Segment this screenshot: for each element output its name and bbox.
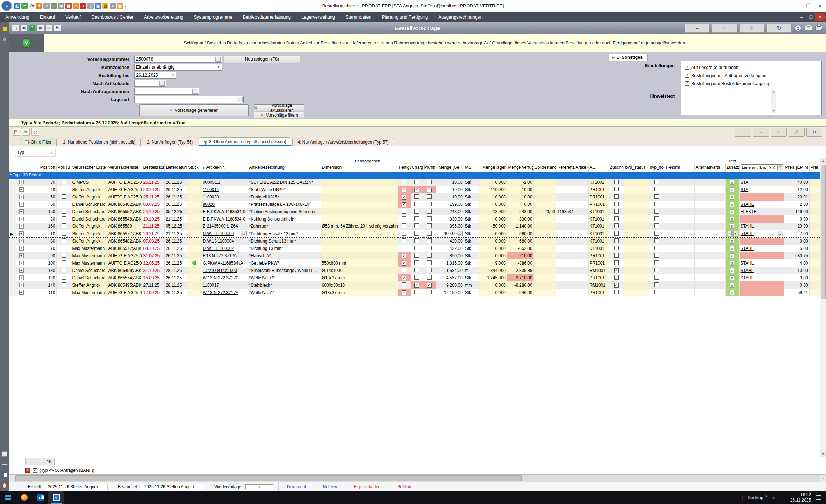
cell-checkbox-pos_b[interactable] [62,246,66,250]
cell-checkbox-zu[interactable] [614,223,619,228]
artikel-lookup-button[interactable]: … [241,231,247,236]
lagerort-lookup-icon[interactable]: … [237,97,243,102]
vorschlagsnummer-input[interactable] [135,57,215,62]
zusatztext-document-icon[interactable]: a [730,187,734,192]
menu-item-anwendung[interactable]: Anwendung [0,12,35,22]
cell-checkbox-c[interactable] [414,180,419,184]
cell-checkbox-c[interactable] [414,194,419,199]
col-header-ac[interactable]: AC [588,163,609,172]
zusatztext-document-icon[interactable]: a [730,283,734,288]
cell-checkbox-pos_b[interactable] [62,260,66,265]
artikel-link[interactable]: D.W.13.1100004 [203,239,234,244]
col-header-c[interactable]: Charg [411,163,423,172]
refresh-button[interactable]: ↻ [766,24,792,33]
hinweistext-textarea[interactable]: ▲▼ [685,90,776,113]
cell-checkbox-f[interactable] [402,282,406,287]
lieferant-link[interactable]: STAHL [741,224,754,229]
artikel-link[interactable]: D.W.13.1100002 [203,246,234,251]
cell-checkbox-bvpn[interactable] [654,268,659,272]
table-row[interactable]: +130Daniel Schuchard...ABK 865459;ABK 8.… [9,267,820,274]
firefox-icon[interactable] [16,491,32,504]
cell-checkbox-p[interactable] [427,194,432,199]
cell-checkbox-p[interactable] [427,268,432,272]
cell-checkbox-f[interactable] [402,238,406,243]
zusatztext-document-icon[interactable]: a [730,202,734,207]
auftragsnummer-field[interactable]: … [134,88,199,95]
table-row[interactable]: ▶+10Steffen AngrickABK 865577;ABK 8...20… [9,230,820,237]
new-window-icon[interactable]: ▢ [12,24,19,31]
row-expand-button[interactable]: + [19,231,24,236]
cell-checkbox-pos_b[interactable] [62,231,66,236]
vorschlagsnummer-field[interactable]: … [134,56,222,63]
cell-checkbox-f[interactable] [402,216,406,221]
tab-sonstiges[interactable]: ▶ 1 Sonstiges [609,54,648,61]
row-expand-button[interactable]: + [19,180,24,184]
artikel-link[interactable]: D.W.13.1100003 [203,231,234,236]
cell-checkbox-p[interactable] [427,209,432,214]
col-header-position[interactable]: Position [27,163,56,172]
notification-center-icon[interactable] [816,495,821,500]
bookmark-search-icon[interactable]: ⚑ [54,24,61,31]
row-expand-button[interactable]: + [19,217,24,221]
zusatztext-document-icon[interactable]: a [730,290,734,295]
network-icon[interactable] [780,496,785,499]
cell-checkbox-bvpn[interactable] [654,290,659,294]
kennzeichen-value[interactable] [135,65,216,70]
collapse-icon[interactable] [2,462,7,467]
artikel-link[interactable]: 000051.1 [203,180,220,185]
col-header-lager[interactable]: Menge lager [479,163,507,172]
menu-item-arbeitsvorbereitung[interactable]: Arbeitsvorbereitung [139,12,189,22]
cell-checkbox-pos_b[interactable] [62,238,66,243]
refresh-filter-button[interactable]: ↻ [806,128,822,136]
cell-checkbox-pos_b[interactable] [62,282,66,287]
vorschlaege-aktualisieren-button[interactable]: ↻ Vorschläge aktualisieren [254,104,304,111]
basket-icon[interactable]: ◍ [58,3,64,9]
row-expand-button[interactable]: + [19,275,24,280]
lagerort-input[interactable] [135,97,237,102]
col-header-me[interactable]: ME [464,163,479,172]
artikel-link[interactable]: 1100030 [203,195,219,200]
cell-checkbox-zu[interactable] [614,180,619,184]
cell-checkbox-c[interactable] [414,231,419,236]
col-header-marker[interactable] [9,163,16,172]
prodat-taskbar-icon[interactable]: » [48,491,64,504]
cell-checkbox-f[interactable] [402,195,406,200]
row-expand-button[interactable]: + [19,290,24,295]
filter-tab-3[interactable]: 3: Ohne Anfragen (Typ 56 ausschliessen) [199,137,291,146]
menu-item-verkauf[interactable]: Verkauf [60,12,86,22]
lieferant-link[interactable]: STAHL [741,246,754,251]
cell-checkbox-p[interactable] [427,231,432,236]
cart-add-icon[interactable]: + [51,3,57,9]
table-row[interactable]: +160Steffen AngrickABK 86558921.11.2505.… [9,223,820,230]
zusatztext-document-icon[interactable]: a [728,231,732,236]
cell-checkbox-zu[interactable] [614,290,619,294]
cell-checkbox-p[interactable] [427,275,432,280]
row-expand-button[interactable]: + [19,187,24,192]
help-icon[interactable]: ? [29,24,36,31]
setting-checkbox-0[interactable] [685,65,689,70]
cell-checkbox-zu[interactable] [614,238,619,243]
sonstiges-expand-icon[interactable]: ▶ [612,56,615,59]
col-header-pos_b[interactable]: Pos (B [56,163,71,172]
cell-checkbox-pos_b[interactable] [62,209,66,214]
cell-checkbox-p[interactable] [427,260,432,265]
col-header-menge[interactable]: Menge [Ge△ [436,163,464,172]
setting-checkbox-2[interactable] [685,81,689,86]
cell-checkbox-f[interactable] [402,261,406,266]
link-eigenschaften[interactable]: Eigenschaften [345,484,389,489]
mdi-restore-button[interactable]: ❐ [806,13,816,21]
col-header-f[interactable]: Fertigu [398,163,411,172]
table-edit-icon[interactable]: ▦ [65,3,72,9]
split-view-icon[interactable]: ◧ [14,3,20,9]
lieferant-link[interactable]: STA [741,187,748,192]
cell-checkbox-bvpn[interactable] [654,194,659,199]
horizontal-scrollbar[interactable]: ‹ › [9,474,826,482]
zusatztext-document-icon[interactable]: a [730,224,734,229]
add-document-icon[interactable] [2,451,7,457]
zusatztext-document-icon[interactable]: a [730,261,734,266]
table-row[interactable]: +110Max MustermannAUFTG E AG25-00...17.0… [9,289,820,296]
cell-checkbox-p[interactable] [427,238,432,243]
col-header-verursacher[interactable]: Verursacher Erste [71,163,107,172]
menge-lookup-button[interactable]: … [457,231,463,236]
artikel-link[interactable]: Z-21435000-L-Z64 [203,224,238,229]
